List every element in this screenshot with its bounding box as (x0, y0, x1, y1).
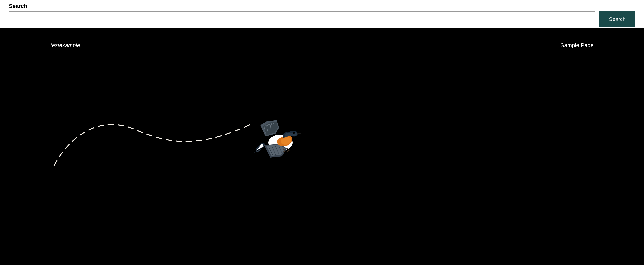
flight-path-icon (53, 121, 254, 167)
svg-point-0 (268, 135, 293, 151)
svg-point-1 (293, 132, 295, 134)
svg-point-2 (294, 132, 294, 133)
search-bar: Search Search (0, 0, 644, 28)
site-title-link[interactable]: testexample (50, 42, 80, 49)
search-label: Search (9, 3, 635, 9)
nav-link-sample-page[interactable]: Sample Page (560, 42, 594, 49)
search-row: Search (9, 11, 635, 27)
hero-illustration (0, 86, 644, 162)
nav-header: testexample Sample Page (0, 28, 644, 49)
search-input[interactable] (9, 11, 595, 27)
main-content: testexample Sample Page (0, 28, 644, 164)
bird-icon (252, 119, 302, 159)
search-button[interactable]: Search (599, 11, 635, 27)
